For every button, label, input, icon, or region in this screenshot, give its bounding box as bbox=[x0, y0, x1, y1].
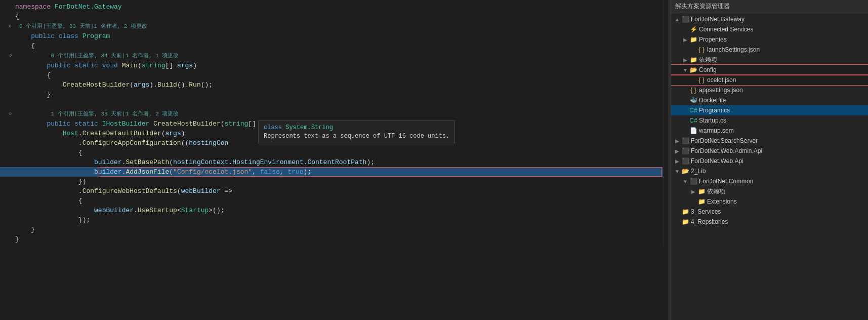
expand-icon[interactable]: ▶ bbox=[689, 189, 697, 194]
tree-item-label: ForDotNet.Web.Api bbox=[691, 157, 743, 165]
project-icon: ⬛ bbox=[681, 147, 689, 154]
line-content: { bbox=[13, 12, 663, 21]
tree-item-label: Connected Services bbox=[699, 26, 753, 33]
expand-icon[interactable]: ▼ bbox=[681, 179, 689, 184]
folder-icon: 📁 bbox=[689, 36, 697, 43]
docker-icon: 🐳 bbox=[689, 97, 697, 104]
tree-item-program[interactable]: C# Program.cs bbox=[671, 105, 868, 115]
expand-icon[interactable]: ▲ bbox=[673, 17, 681, 22]
collapse-arrow[interactable]: ◇ bbox=[7, 21, 13, 31]
line-content: 0 个引用|王盈擎, 33 天前|1 名作者, 2 项更改 bbox=[13, 21, 663, 31]
tree-item-webapi[interactable]: ▶ ⬛ ForDotNet.Web.Api bbox=[671, 156, 868, 166]
tree-item-label: Extensions bbox=[707, 198, 737, 205]
tree-item-label: 2_Lib bbox=[691, 168, 706, 175]
tree-item-label: ForDotNet.SearchServer bbox=[691, 137, 758, 144]
tree-item-gateway[interactable]: ▲ ⬛ ForDotNet.Gateway bbox=[671, 14, 868, 24]
tree-item-label: Dockerfile bbox=[699, 97, 726, 104]
json-icon: { } bbox=[697, 76, 706, 84]
line-content: CreateHostBuilder(args).Build().Run(); bbox=[13, 80, 663, 90]
project-icon: ⬛ bbox=[681, 137, 689, 144]
tree-item-2lib[interactable]: ▼ 📂 2_Lib bbox=[671, 166, 868, 176]
tree-item-launchsettings[interactable]: { } launchSettings.json bbox=[671, 45, 868, 55]
tree-item-common[interactable]: ▼ ⬛ ForDotNet.Common bbox=[671, 176, 868, 186]
code-line: CreateHostBuilder(args).Build().Run(); bbox=[0, 80, 663, 90]
cs-icon: C# bbox=[689, 107, 697, 114]
project-icon: ⬛ bbox=[689, 178, 697, 185]
file-icon: 📄 bbox=[689, 127, 697, 134]
code-line: ◇ 0 个引用|王盈擎, 33 天前|1 名作者, 2 项更改 bbox=[0, 21, 663, 31]
tree-item-appsettings[interactable]: { } appsettings.json bbox=[671, 85, 868, 95]
line-content: 1 个引用|王盈擎, 33 天前|1 名作者, 2 项更改 bbox=[13, 109, 663, 119]
tree-item-common-deps[interactable]: ▶ 📁 依赖项 bbox=[671, 186, 868, 196]
tree-item-dockerfile[interactable]: 🐳 Dockerfile bbox=[671, 95, 868, 105]
tree-item-connected-services[interactable]: ⚡ Connected Services bbox=[671, 24, 868, 34]
code-line: ◇ 0 个引用|王盈擎, 34 天前|1 名作者, 1 项更改 bbox=[0, 51, 663, 61]
tree-item-label: launchSettings.json bbox=[707, 46, 760, 53]
line-content: { bbox=[13, 41, 663, 51]
cs-icon: C# bbox=[689, 117, 697, 124]
tree-item-label: ForDotNet.Common bbox=[699, 178, 753, 185]
line-content: .ConfigureWebHostDefaults(webBuilder => bbox=[13, 186, 663, 196]
folder-icon: 📁 bbox=[697, 198, 706, 205]
folder-icon: 📁 bbox=[697, 188, 706, 195]
meta-info: 0 个引用|王盈擎, 34 天前|1 名作者, 1 项更改 bbox=[51, 53, 179, 59]
line-content: } bbox=[13, 90, 663, 99]
tree-item-warmup[interactable]: 📄 warmup.sem bbox=[671, 126, 868, 136]
tree-item-config[interactable]: ▼ 📂 Config bbox=[671, 65, 868, 75]
json-icon: { } bbox=[689, 87, 697, 94]
tree-item-searchserver[interactable]: ▶ ⬛ ForDotNet.SearchServer bbox=[671, 136, 868, 146]
line-content: webBuilder.UseStartup<Startup>(); bbox=[13, 206, 663, 215]
solution-explorer-header: 解决方案资源管理器 bbox=[671, 0, 868, 13]
tree-item-ocelot[interactable]: { } ocelot.json bbox=[671, 75, 868, 85]
tree-item-label: 依赖项 bbox=[707, 187, 725, 196]
meta-info: 0 个引用|王盈擎, 33 天前|1 名作者, 2 项更改 bbox=[19, 23, 147, 29]
tooltip-type: System.String bbox=[285, 124, 333, 131]
expand-icon[interactable]: ▶ bbox=[681, 37, 689, 43]
highlighted-code-line: builder.AddJsonFile("Config/ocelot.json"… bbox=[0, 167, 663, 177]
line-content: public class Program bbox=[13, 31, 663, 41]
tree-item-dependencies[interactable]: ▶ 📁 依赖项 bbox=[671, 55, 868, 65]
tree-item-4repositories[interactable]: 📁 4_Repsitories bbox=[671, 217, 868, 227]
code-editor[interactable]: namespace ForDotNet.Gateway { ◇ 0 个引用|王盈… bbox=[0, 0, 668, 320]
code-line: public class Program bbox=[0, 31, 663, 41]
expand-icon[interactable]: ▶ bbox=[673, 158, 681, 164]
code-line: } bbox=[0, 90, 663, 99]
tree-item-properties[interactable]: ▶ 📁 Properties bbox=[671, 34, 868, 45]
line-content: builder.SetBasePath(hostingContext.Hosti… bbox=[13, 157, 663, 167]
code-line: webBuilder.UseStartup<Startup>(); bbox=[0, 206, 663, 215]
code-line: { bbox=[0, 41, 663, 51]
solution-explorer[interactable]: 解决方案资源管理器 ▲ ⬛ ForDotNet.Gateway ⚡ Connec… bbox=[671, 0, 868, 320]
expand-icon[interactable]: ▶ bbox=[681, 57, 689, 63]
tree-item-webadminapi[interactable]: ▶ ⬛ ForDotNet.Web.Admin.Api bbox=[671, 146, 868, 156]
line-content: public static void Main(string[] args) bbox=[13, 61, 663, 70]
tooltip-description: Represents text as a sequence of UTF-16 … bbox=[264, 133, 449, 140]
expand-icon[interactable]: ▶ bbox=[673, 138, 681, 144]
expand-icon[interactable]: ▶ bbox=[673, 148, 681, 154]
collapse-arrow[interactable]: ◇ bbox=[7, 109, 13, 118]
folder-open-icon: 📂 bbox=[689, 66, 697, 73]
project-icon: ⬛ bbox=[681, 16, 689, 23]
expand-icon[interactable]: ▼ bbox=[681, 67, 689, 73]
folder-icon: 📁 bbox=[681, 208, 689, 215]
tree-item-label: 依赖项 bbox=[699, 56, 717, 64]
line-content: } bbox=[13, 234, 663, 244]
tree-item-startup[interactable]: C# Startup.cs bbox=[671, 115, 868, 126]
collapse-arrow[interactable]: ◇ bbox=[7, 51, 13, 60]
tree-item-label: appsettings.json bbox=[699, 87, 743, 94]
solution-explorer-tree: ▲ ⬛ ForDotNet.Gateway ⚡ Connected Servic… bbox=[671, 13, 868, 228]
code-line: { bbox=[0, 148, 663, 157]
tree-item-3services[interactable]: 📁 3_Services bbox=[671, 207, 868, 217]
code-line: { bbox=[0, 196, 663, 206]
project-icon: ⬛ bbox=[681, 157, 689, 165]
line-content: { bbox=[13, 148, 663, 157]
tree-item-extensions[interactable]: 📁 Extensions bbox=[671, 196, 868, 207]
vertical-scrollbar[interactable] bbox=[663, 0, 668, 246]
expand-icon[interactable]: ▼ bbox=[673, 169, 681, 174]
tree-item-label: ForDotNet.Web.Admin.Api bbox=[691, 147, 762, 154]
tree-item-label: 3_Services bbox=[691, 208, 721, 215]
line-content: namespace ForDotNet.Gateway bbox=[13, 2, 663, 12]
line-content: { bbox=[13, 70, 663, 80]
json-icon: { } bbox=[697, 46, 706, 53]
code-line: public static void Main(string[] args) bbox=[0, 61, 663, 70]
code-line: } bbox=[0, 225, 663, 234]
